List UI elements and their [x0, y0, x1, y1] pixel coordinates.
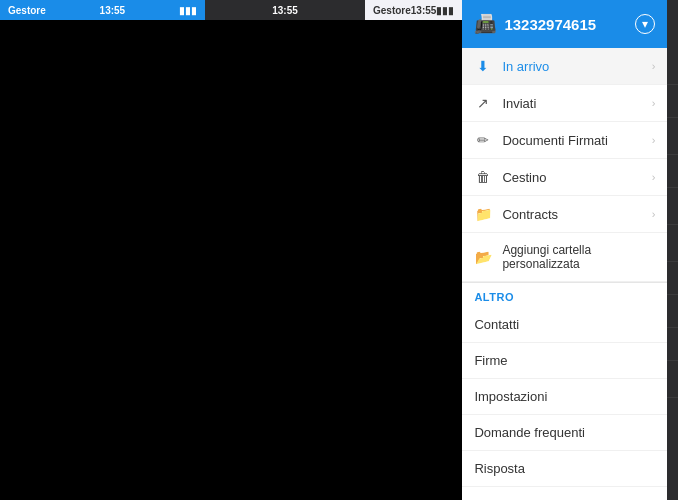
sidebar-item-contatti[interactable]: Contatti	[462, 307, 667, 343]
other-section-header: ALTRO	[462, 283, 667, 307]
left-sidebar: 📠 13232974615 ▾ ⬇ In arrivo › ↗ Inviati …	[462, 0, 667, 500]
sidebar-item-cestino[interactable]: 🗑 Cestino ›	[462, 159, 667, 196]
carrier-left: Gestore	[8, 5, 46, 16]
folder-icon: 📁	[474, 206, 492, 222]
fax-item[interactable]: Sconosciuto	[667, 262, 678, 295]
fax-item[interactable]: Sconosciuto	[667, 328, 678, 361]
fax-list-panel: ☰ 18185551212 Sconosciuto 13232972936 Sc…	[667, 0, 678, 500]
account-header[interactable]: 📠 13232974615 ▾	[462, 0, 667, 48]
nav-list: ⬇ In arrivo › ↗ Inviati › ✏ Documenti Fi…	[462, 48, 667, 283]
phone-number-display: 13232974615	[504, 16, 596, 33]
main-panels: 📠 13232974615 ▾ ⬇ In arrivo › ↗ Inviati …	[462, 0, 678, 480]
carrier-right: Gestore	[373, 5, 411, 16]
fax-item[interactable]: 1-323-297-1937	[667, 361, 678, 398]
account-chevron-icon[interactable]: ▾	[635, 14, 655, 34]
sidebar-item-contracts[interactable]: 📁 Contracts ›	[462, 196, 667, 233]
account-info: 📠 13232974615	[474, 13, 596, 35]
middle-header: ☰	[667, 0, 678, 48]
add-folder-icon: 📂	[474, 249, 492, 265]
battery-left: ▮▮▮	[179, 5, 197, 16]
sidebar-item-risposta[interactable]: Risposta	[462, 451, 667, 487]
status-bar-right: Gestore 13:55 ▮▮▮	[365, 0, 462, 20]
time-mid: 13:55	[272, 5, 298, 16]
sidebar-item-in-arrivo[interactable]: ⬇ In arrivo ›	[462, 48, 667, 85]
sidebar-item-firme[interactable]: Firme	[462, 343, 667, 379]
chevron-right-icon: ›	[652, 171, 656, 183]
sent-icon: ↗	[474, 95, 492, 111]
sidebar-item-impostazioni[interactable]: Impostazioni	[462, 379, 667, 415]
status-bars: Gestore 13:55 ▮▮▮ 13:55 Gestore 13:55 ▮▮…	[0, 0, 462, 20]
sidebar-item-inviati[interactable]: ↗ Inviati ›	[462, 85, 667, 122]
chevron-right-icon: ›	[652, 134, 656, 146]
fax-item[interactable]: Sconosciuto	[667, 85, 678, 118]
fax-item[interactable]: 13232972936	[667, 188, 678, 225]
fax-item[interactable]: 13232972936	[667, 225, 678, 262]
signed-docs-icon: ✏	[474, 132, 492, 148]
chevron-right-icon: ›	[652, 97, 656, 109]
inbox-icon: ⬇	[474, 58, 492, 74]
sidebar-item-domande[interactable]: Domande frequenti	[462, 415, 667, 451]
status-bar-left: Gestore 13:55 ▮▮▮	[0, 0, 205, 20]
time-right: 13:55	[411, 5, 437, 16]
other-list: Contatti Firme Impostazioni Domande freq…	[462, 307, 667, 487]
sidebar-item-aggiungi[interactable]: 📂 Aggiungi cartella personalizzata	[462, 233, 667, 282]
fax-machine-icon: 📠	[474, 13, 496, 35]
fax-item[interactable]: 13232972936	[667, 118, 678, 155]
trash-icon: 🗑	[474, 169, 492, 185]
time-left: 13:55	[100, 5, 126, 16]
battery-right: ▮▮▮	[436, 5, 454, 16]
chevron-right-icon: ›	[652, 60, 656, 72]
fax-items-list: 18185551212 Sconosciuto 13232972936 Scon…	[667, 48, 678, 500]
fax-item[interactable]: Sconosciuto	[667, 155, 678, 188]
fax-item[interactable]: Sconosciuto	[667, 295, 678, 328]
fax-item[interactable]: 18185551212	[667, 48, 678, 85]
sidebar-item-documenti-firmati[interactable]: ✏ Documenti Firmati ›	[462, 122, 667, 159]
status-bar-mid: 13:55	[205, 0, 365, 20]
chevron-right-icon: ›	[652, 208, 656, 220]
